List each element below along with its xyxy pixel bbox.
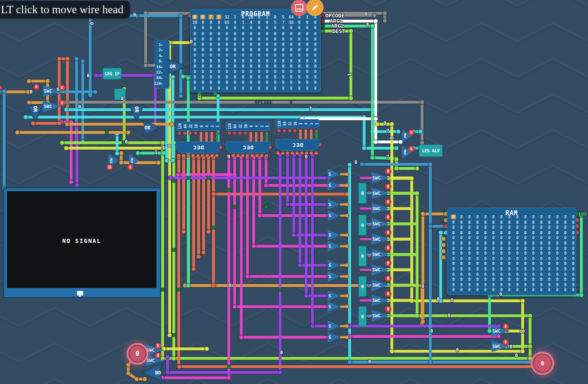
dec-output-port[interactable] xyxy=(231,154,235,158)
wire-junction xyxy=(187,176,190,180)
dec-output-port[interactable] xyxy=(290,151,294,155)
or-gate[interactable]: OR xyxy=(142,362,164,382)
ram-cell: 0 xyxy=(500,235,503,240)
dec-input-port[interactable] xyxy=(183,132,187,135)
dec-output-port[interactable] xyxy=(196,154,200,158)
register[interactable]: 0 xyxy=(358,306,367,327)
dec-input-port[interactable] xyxy=(293,129,297,133)
leg-alu-component[interactable]: LEG ALU xyxy=(419,144,443,157)
register[interactable]: 0 xyxy=(358,215,367,235)
dec-input-port[interactable] xyxy=(244,132,247,135)
wire-junction xyxy=(207,176,210,180)
or-gate[interactable]: OR xyxy=(25,103,45,122)
program-panel[interactable]: PROGRAM 00713210200105644143800065414005… xyxy=(190,9,321,92)
dec-decoder[interactable]: DEC xyxy=(226,142,270,153)
ram-cell: 0 xyxy=(476,225,479,230)
dec-output-port[interactable] xyxy=(210,154,214,158)
program-cell: 0 xyxy=(258,31,260,36)
screen-component[interactable]: NO SIGNAL xyxy=(3,187,161,298)
dec-input-bar[interactable]: 1286432168421 xyxy=(226,122,270,131)
dec-output-port[interactable] xyxy=(215,154,219,158)
dec-input-port[interactable] xyxy=(283,129,286,133)
dec-input-bar[interactable]: 1286432168421 xyxy=(276,119,319,128)
dec-output-port[interactable] xyxy=(300,151,304,155)
program-cell: 0 xyxy=(226,86,228,90)
program-cell: 0 xyxy=(298,48,300,52)
program-cell: 0 xyxy=(266,53,269,58)
wire[interactable] xyxy=(312,155,329,326)
dec-output-port[interactable] xyxy=(236,154,240,158)
ram-panel[interactable]: RAM 000000000000000000000000000000000000… xyxy=(447,208,576,295)
dec-output-port[interactable] xyxy=(295,151,299,155)
dec-output-port[interactable] xyxy=(276,151,280,155)
ram-port-square[interactable] xyxy=(442,249,446,253)
dec-output-port[interactable] xyxy=(206,154,209,158)
dec-output-port[interactable] xyxy=(265,154,269,158)
ram-cell: 0 xyxy=(508,288,511,292)
dec-output-port[interactable] xyxy=(177,154,181,158)
teal-block[interactable] xyxy=(114,89,126,100)
ram-cell: 0 xyxy=(476,262,479,266)
io-terminal[interactable]: 0 xyxy=(127,343,148,365)
dec-decoder[interactable]: DEC xyxy=(176,142,220,153)
dec-output-port[interactable] xyxy=(260,154,264,158)
dec-output-port[interactable] xyxy=(281,151,285,155)
port[interactable] xyxy=(0,85,2,90)
ram-port-square[interactable] xyxy=(442,255,446,259)
ram-cell: 0 xyxy=(572,215,574,219)
port[interactable] xyxy=(320,13,324,17)
register[interactable]: 0 xyxy=(358,183,367,204)
port[interactable] xyxy=(580,211,585,216)
io-terminal-small[interactable]: 0 xyxy=(531,352,554,375)
dec-output-port[interactable] xyxy=(255,154,259,158)
port[interactable] xyxy=(320,24,324,28)
leg-if-component[interactable]: LEG IF xyxy=(103,68,122,79)
dec-output-port[interactable] xyxy=(246,154,250,158)
dec-input-port[interactable] xyxy=(228,132,231,135)
dec-output-port[interactable] xyxy=(286,151,290,155)
port[interactable] xyxy=(320,29,324,33)
program-cell: 0 xyxy=(274,64,276,68)
wire-endpoint xyxy=(165,158,169,163)
dec-output-port[interactable] xyxy=(201,154,204,158)
dec-input-port[interactable] xyxy=(189,132,192,135)
dec-input-port[interactable] xyxy=(288,129,292,133)
or-gate[interactable]: OR xyxy=(167,58,186,75)
ram-cell: 0 xyxy=(508,256,511,261)
dec-output-port[interactable] xyxy=(310,151,313,155)
swc-label: SWC xyxy=(372,206,381,211)
register[interactable]: 0 xyxy=(358,276,367,297)
dec-input-port[interactable] xyxy=(277,129,281,133)
port[interactable] xyxy=(320,19,324,23)
dec-input-port[interactable] xyxy=(178,132,182,135)
program-cell: 0 xyxy=(274,42,276,47)
or-gate[interactable]: OR xyxy=(142,119,161,137)
dec-input-port[interactable] xyxy=(194,132,198,135)
program-cell: 0 xyxy=(298,20,300,25)
register[interactable]: 0 xyxy=(358,246,367,266)
wire-value-label: 0 xyxy=(421,283,424,289)
dec-output-port[interactable] xyxy=(187,154,190,158)
dec-output-port[interactable] xyxy=(314,151,318,155)
dec-decoder[interactable]: DEC xyxy=(276,139,319,151)
wire-endpoint xyxy=(396,130,401,134)
circuit-canvas[interactable]: LT click to move wire head PROGRAM 00713… xyxy=(0,0,588,384)
program-cell: 0 xyxy=(266,36,269,41)
ram-port-square[interactable] xyxy=(442,237,446,241)
wire[interactable] xyxy=(322,26,396,158)
dec-output-port[interactable] xyxy=(191,154,195,158)
dec-input-bar[interactable]: 1286432168421 xyxy=(176,122,220,131)
dec-output-port[interactable] xyxy=(182,154,185,158)
dec-output-port[interactable] xyxy=(241,154,245,158)
ram-port-square[interactable] xyxy=(442,243,446,247)
dec-input-port[interactable] xyxy=(238,132,242,135)
dec-input-port[interactable] xyxy=(233,132,237,135)
program-cell: 0 xyxy=(250,26,252,30)
memory-view-button[interactable] xyxy=(291,0,307,16)
program-cell: 0 xyxy=(266,42,269,47)
ram-cell: 0 xyxy=(460,235,463,240)
dec-output-port[interactable] xyxy=(250,154,254,158)
program-cell: 0 xyxy=(282,58,284,63)
ram-cell: 0 xyxy=(484,251,487,256)
wire-junction xyxy=(233,205,236,209)
